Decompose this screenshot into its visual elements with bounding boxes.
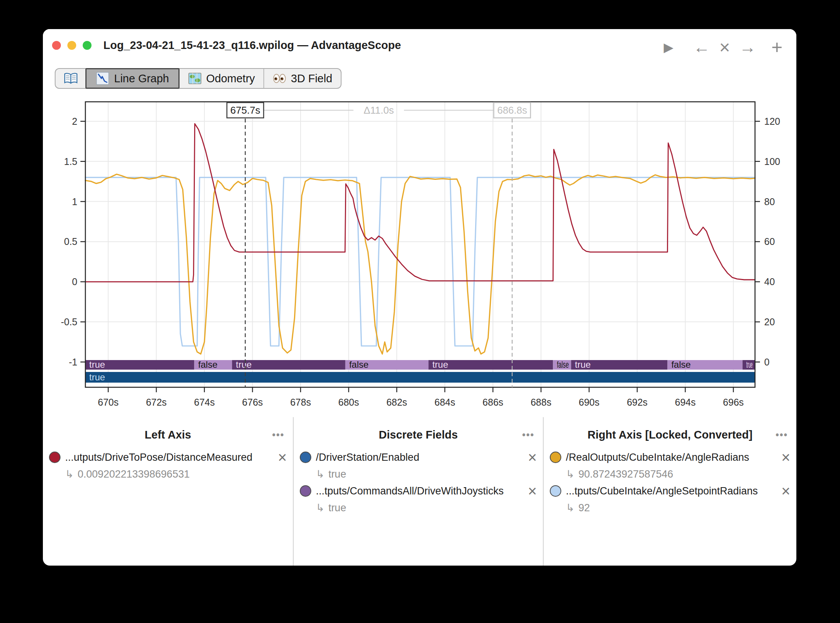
series-color-dot — [300, 485, 311, 497]
field-name: ...tputs/CommandsAll/DriveWithJoysticks — [316, 485, 525, 497]
series-color-dot — [49, 452, 60, 463]
window-minimize-button[interactable] — [67, 41, 76, 50]
tab-line-graph[interactable]: Line Graph — [85, 68, 180, 89]
field-value: true — [328, 502, 346, 514]
svg-text:-0.5: -0.5 — [61, 316, 77, 327]
tab-odometry[interactable]: Odometry — [179, 69, 263, 88]
window-titlebar: Log_23-04-21_15-41-23_q116.wpilog — Adva… — [43, 29, 796, 63]
field-name: ...utputs/DriveToPose/DistanceMeasured — [65, 452, 275, 463]
tab-3d-field[interactable]: 3D Field — [263, 69, 341, 88]
svg-text:680s: 680s — [338, 397, 359, 408]
clear-selection-icon[interactable]: × — [719, 37, 730, 58]
left-axis-title: Left Axis ••• — [43, 427, 293, 442]
window-title: Log_23-04-21_15-41-23_q116.wpilog — Adva… — [103, 39, 401, 52]
advantagescope-window: Log_23-04-21_15-41-23_q116.wpilog — Adva… — [43, 29, 796, 566]
line-graph-icon — [96, 72, 109, 85]
traffic-lights — [52, 41, 92, 50]
svg-text:675.7s: 675.7s — [230, 104, 260, 116]
discrete-bar-drivewithjoysticks: truefalsetruefalsetruefalsetruefalsetrue — [85, 359, 755, 370]
tab-label: Odometry — [206, 72, 255, 85]
zoom-in-arrow-icon[interactable]: → — [739, 38, 756, 57]
field-value: true — [328, 468, 346, 480]
add-tab-icon[interactable]: + — [771, 36, 783, 58]
svg-text:80: 80 — [764, 196, 775, 207]
field-row-drive-with-joysticks[interactable]: ...tputs/CommandsAll/DriveWithJoysticks … — [294, 483, 543, 499]
map-icon — [188, 72, 202, 85]
titlebar-actions: ▶ ← × → + — [664, 36, 783, 58]
field-value-row: ↳ 90.87243927587546 — [544, 466, 796, 483]
field-value-row: ↳ true — [294, 466, 543, 483]
svg-text:true: true — [746, 359, 753, 370]
svg-text:696s: 696s — [723, 397, 744, 408]
svg-text:670s: 670s — [98, 397, 119, 408]
svg-text:-1: -1 — [69, 357, 77, 367]
discrete-fields-column: Discrete Fields ••• /DriverStation/Enabl… — [293, 417, 544, 566]
line-graph-chart[interactable]: truefalsetruefalsetruefalsetruefalsetrue… — [43, 90, 796, 427]
zoom-out-arrow-icon[interactable]: ← — [693, 38, 710, 57]
svg-text:Δ11.0s: Δ11.0s — [364, 104, 394, 116]
svg-text:120: 120 — [764, 116, 780, 127]
remove-field-icon[interactable]: × — [528, 452, 537, 463]
svg-text:682s: 682s — [386, 397, 407, 408]
tab-bar: Line Graph Odometry 3D Field — [55, 68, 342, 89]
sidebar-toggle-button[interactable] — [56, 69, 86, 88]
field-row-angle-setpoint-radians[interactable]: ...tputs/CubeIntake/AngleSetpointRadians… — [544, 483, 796, 499]
svg-text:false: false — [198, 359, 217, 370]
svg-text:694s: 694s — [675, 397, 696, 408]
svg-text:false: false — [557, 359, 569, 370]
tab-label: Line Graph — [114, 72, 169, 85]
remove-field-icon[interactable]: × — [781, 452, 790, 463]
value-arrow-icon: ↳ — [65, 468, 74, 480]
value-arrow-icon: ↳ — [316, 502, 325, 514]
play-icon[interactable]: ▶ — [664, 40, 673, 55]
discrete-bar-enabled: true — [85, 372, 755, 383]
fields-panel: Left Axis ••• ...utputs/DriveToPose/Dist… — [43, 417, 796, 566]
svg-text:true: true — [89, 359, 105, 370]
left-axis-menu-icon[interactable]: ••• — [272, 427, 284, 442]
series-color-dot — [550, 452, 561, 463]
value-arrow-icon: ↳ — [566, 468, 575, 480]
field-row-angle-radians[interactable]: /RealOutputs/CubeIntake/AngleRadians × — [544, 449, 796, 466]
remove-field-icon[interactable]: × — [528, 485, 537, 497]
series-line-distancemeasured — [85, 124, 755, 282]
book-icon — [64, 72, 78, 85]
field-name: ...tputs/CubeIntake/AngleSetpointRadians — [566, 485, 778, 497]
window-close-button[interactable] — [52, 41, 61, 50]
discrete-fields-menu-icon[interactable]: ••• — [522, 427, 534, 442]
field-name: /RealOutputs/CubeIntake/AngleRadians — [566, 452, 778, 463]
svg-text:true: true — [575, 359, 591, 370]
plot-border — [85, 102, 755, 387]
remove-field-icon[interactable]: × — [781, 485, 790, 497]
remove-field-icon[interactable]: × — [278, 452, 287, 463]
svg-text:60: 60 — [764, 236, 775, 247]
svg-text:686s: 686s — [482, 397, 503, 408]
field-value: 0.009202213398696531 — [78, 468, 190, 480]
discrete-segment — [85, 372, 755, 383]
svg-text:true: true — [432, 359, 448, 370]
right-axis-title: Right Axis [Locked, Converted] ••• — [544, 427, 796, 442]
svg-text:false: false — [349, 359, 369, 370]
svg-text:0: 0 — [72, 276, 77, 287]
svg-text:40: 40 — [764, 276, 775, 287]
field-row-enabled[interactable]: /DriverStation/Enabled × — [294, 449, 543, 466]
discrete-fields-title: Discrete Fields ••• — [294, 427, 543, 442]
right-axis-menu-icon[interactable]: ••• — [776, 427, 788, 442]
tab-label: 3D Field — [291, 72, 332, 85]
value-arrow-icon: ↳ — [316, 468, 325, 480]
svg-text:true: true — [236, 359, 252, 370]
svg-text:690s: 690s — [579, 397, 600, 408]
series-color-dot — [550, 485, 561, 497]
field-value-row: ↳ true — [294, 499, 543, 516]
window-zoom-button[interactable] — [83, 41, 92, 50]
svg-text:100: 100 — [764, 156, 780, 167]
left-axis-column: Left Axis ••• ...utputs/DriveToPose/Dist… — [43, 417, 293, 566]
svg-text:true: true — [89, 372, 105, 382]
field-name: /DriverStation/Enabled — [316, 452, 525, 463]
svg-text:692s: 692s — [627, 397, 647, 408]
field-value: 92 — [579, 502, 590, 514]
field-value: 90.87243927587546 — [579, 468, 673, 480]
svg-text:672s: 672s — [146, 397, 167, 408]
field-value-row: ↳ 0.009202213398696531 — [43, 466, 293, 483]
field-row-distance-measured[interactable]: ...utputs/DriveToPose/DistanceMeasured × — [43, 449, 293, 466]
eyes-icon — [273, 72, 286, 85]
